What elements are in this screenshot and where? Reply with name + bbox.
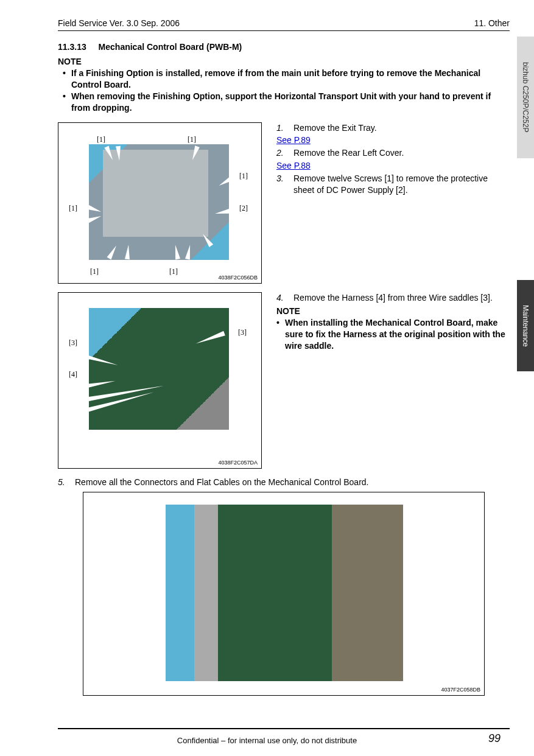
step-5: 5. Remove all the Connectors and Flat Ca… bbox=[58, 477, 510, 487]
callout-label: [1] bbox=[69, 204, 77, 213]
figure-1: [1] [1] [1] [1] [1] [1] [2] 4038F2C056DB bbox=[58, 122, 262, 284]
step-text: Remove the Exit Tray. bbox=[293, 122, 510, 134]
step-number: 5. bbox=[58, 477, 69, 487]
step-text: Remove twelve Screws [1] to remove the p… bbox=[293, 173, 510, 196]
step-number: 4. bbox=[276, 292, 287, 304]
note-label: NOTE bbox=[58, 57, 510, 66]
step-text: Remove the Harness [4] from three Wire s… bbox=[293, 292, 510, 304]
page-number: 99 bbox=[488, 732, 501, 745]
figure-id: 4037F2C058DB bbox=[441, 687, 480, 693]
footer-text: Confidential – for internal use only, do… bbox=[0, 736, 534, 745]
side-tab-section: Maintenance bbox=[517, 280, 534, 371]
note-list: If a Finishing Option is installed, remo… bbox=[58, 68, 510, 114]
figure-photo bbox=[166, 505, 403, 681]
callout-label: [1] bbox=[169, 267, 178, 276]
figure-photo bbox=[89, 308, 229, 430]
step-text: Remove the Rear Left Cover. bbox=[293, 147, 510, 159]
steps-block-2: 4. Remove the Harness [4] from three Wir… bbox=[276, 292, 510, 352]
step-number: 2. bbox=[276, 147, 287, 159]
side-tab-model: bizhub C250P/C252P bbox=[517, 37, 534, 158]
step-number: 3. bbox=[276, 173, 287, 196]
note-item: If a Finishing Option is installed, remo… bbox=[58, 68, 510, 91]
callout-label: [1] bbox=[188, 135, 196, 144]
callout-label: [3] bbox=[238, 328, 247, 337]
callout-label: [3] bbox=[69, 338, 77, 348]
header-left: Field Service Ver. 3.0 Sep. 2006 bbox=[58, 18, 180, 28]
callout-label: [2] bbox=[239, 204, 248, 213]
cross-ref-link[interactable]: See P.88 bbox=[276, 160, 510, 172]
section-title: 11.3.13 Mechanical Control Board (PWB-M) bbox=[58, 42, 510, 52]
header-right: 11. Other bbox=[474, 18, 510, 28]
callout-label: [1] bbox=[239, 172, 248, 181]
figure-3: 4037F2C058DB bbox=[83, 492, 485, 696]
steps-block-1: 1. Remove the Exit Tray. See P.89 2. Rem… bbox=[276, 122, 510, 197]
note-text: When installing the Mechanical Control B… bbox=[276, 317, 510, 352]
section-number: 11.3.13 bbox=[58, 42, 86, 52]
step-text: Remove all the Connectors and Flat Cable… bbox=[75, 477, 368, 487]
figure-2: [3] [3] [4] 4038F2C057DA bbox=[58, 292, 262, 469]
cross-ref-link[interactable]: See P.89 bbox=[276, 135, 510, 146]
callout-label: [1] bbox=[97, 135, 105, 144]
callout-label: [1] bbox=[90, 267, 99, 276]
page-header: Field Service Ver. 3.0 Sep. 2006 11. Oth… bbox=[58, 18, 510, 31]
footer-rule bbox=[58, 728, 510, 729]
section-heading: Mechanical Control Board (PWB-M) bbox=[99, 42, 242, 52]
note-label: NOTE bbox=[276, 306, 510, 317]
figure-id: 4038F2C057DA bbox=[218, 460, 258, 466]
note-item: When removing the Finishing Option, supp… bbox=[58, 91, 510, 114]
figure-id: 4038F2C056DB bbox=[218, 275, 258, 281]
callout-label: [4] bbox=[69, 370, 77, 379]
step-number: 1. bbox=[276, 122, 287, 134]
